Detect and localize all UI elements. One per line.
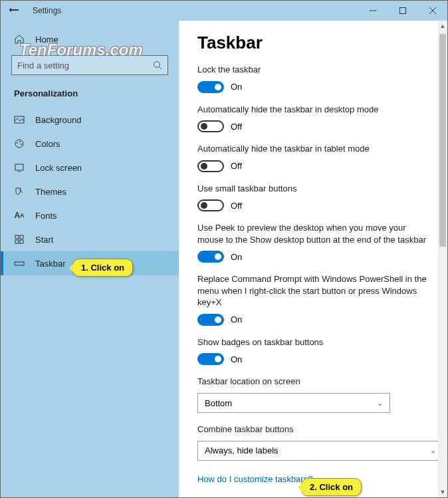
page-title: Taskbar — [197, 33, 429, 53]
svg-point-8 — [17, 142, 18, 144]
search-input[interactable]: Find a setting — [11, 55, 168, 75]
setting-label: Use Peek to preview the desktop when you… — [197, 222, 429, 245]
toggle-state: On — [231, 354, 242, 364]
svg-rect-15 — [20, 235, 23, 239]
window-title: Settings — [33, 6, 61, 15]
background-icon — [14, 114, 25, 125]
toggle[interactable] — [197, 199, 224, 211]
callout-1: 1. Click on — [72, 259, 133, 277]
setting-label: Automatically hide the taskbar in deskto… — [197, 104, 429, 116]
setting-label: Automatically hide the taskbar in tablet… — [197, 143, 429, 155]
search-icon — [153, 61, 162, 70]
dropdown-value: Bottom — [205, 398, 232, 408]
svg-point-7 — [15, 140, 23, 148]
setting-label: Use small taskbar buttons — [197, 183, 429, 195]
maximize-button[interactable] — [388, 1, 417, 21]
toggle[interactable] — [197, 160, 224, 172]
nav-label: Background — [35, 115, 81, 125]
toggle[interactable] — [197, 251, 224, 263]
fonts-icon: AA — [14, 210, 25, 221]
nav-label: Lock screen — [35, 163, 82, 173]
toggle-state: On — [231, 82, 242, 92]
scrollbar[interactable]: ▲ ▼ — [438, 21, 447, 497]
home-nav[interactable]: Home — [1, 29, 179, 50]
toggle-state: Off — [231, 161, 242, 171]
chevron-down-icon: ⌄ — [377, 399, 383, 408]
callout-2: 2. Click on — [301, 478, 362, 496]
svg-line-5 — [160, 67, 162, 70]
nav-label: Taskbar — [35, 259, 66, 269]
back-icon[interactable]: 🠔 — [9, 5, 19, 17]
toggle[interactable] — [197, 353, 224, 365]
setting-small-buttons: Use small taskbar buttons Off — [197, 183, 429, 212]
nav-label: Start — [35, 235, 53, 245]
dropdown-value: Always, hide labels — [205, 445, 279, 455]
svg-point-4 — [154, 62, 160, 68]
toggle[interactable] — [197, 81, 224, 93]
setting-combine: Combine taskbar buttons Always, hide lab… — [197, 424, 429, 461]
sidebar-item-colors[interactable]: Colors — [1, 132, 179, 156]
nav-label: Fonts — [35, 211, 57, 221]
setting-autohide-tablet: Automatically hide the taskbar in tablet… — [197, 143, 429, 172]
setting-location: Taskbar location on screen Bottom ⌄ — [197, 376, 429, 413]
setting-label: Taskbar location on screen — [197, 376, 429, 388]
svg-rect-1 — [399, 8, 405, 14]
sidebar-item-fonts[interactable]: AA Fonts — [1, 203, 179, 227]
close-button[interactable] — [417, 1, 447, 21]
svg-rect-14 — [15, 235, 19, 239]
toggle-state: Off — [231, 201, 242, 211]
sidebar-item-lockscreen[interactable]: Lock screen — [1, 156, 179, 180]
themes-icon — [14, 186, 25, 197]
svg-rect-16 — [15, 240, 19, 243]
home-icon — [14, 34, 25, 45]
svg-rect-11 — [15, 164, 23, 170]
nav-label: Colors — [35, 139, 60, 149]
svg-point-10 — [21, 144, 22, 145]
scroll-up-icon[interactable]: ▲ — [438, 21, 447, 31]
combine-dropdown[interactable]: Always, hide labels ⌄ — [197, 441, 443, 461]
taskbar-icon — [14, 258, 25, 269]
toggle-state: On — [231, 252, 242, 262]
svg-rect-18 — [15, 262, 24, 265]
colors-icon — [14, 138, 25, 149]
toggle-state: Off — [231, 122, 242, 132]
chevron-down-icon: ⌄ — [430, 446, 436, 455]
scroll-down-icon[interactable]: ▼ — [438, 487, 447, 497]
setting-label: Lock the taskbar — [197, 64, 429, 76]
main-content: Taskbar Lock the taskbar On Automaticall… — [179, 21, 447, 497]
setting-lock-taskbar: Lock the taskbar On — [197, 64, 429, 93]
setting-peek: Use Peek to preview the desktop when you… — [197, 222, 429, 263]
scrollbar-thumb[interactable] — [439, 34, 446, 247]
toggle[interactable] — [197, 314, 224, 326]
toggle-state: On — [231, 314, 242, 324]
search-placeholder: Find a setting — [17, 61, 153, 70]
nav-label: Themes — [35, 187, 66, 197]
setting-label: Show badges on taskbar buttons — [197, 336, 429, 348]
sidebar-item-start[interactable]: Start — [1, 227, 179, 251]
home-label: Home — [35, 35, 58, 45]
svg-rect-17 — [20, 240, 23, 243]
sidebar-item-background[interactable]: Background — [1, 108, 179, 132]
setting-autohide-desktop: Automatically hide the taskbar in deskto… — [197, 104, 429, 133]
sidebar-item-themes[interactable]: Themes — [1, 180, 179, 203]
setting-badges: Show badges on taskbar buttons On — [197, 336, 429, 366]
start-icon — [14, 234, 25, 245]
category-header: Personalization — [1, 84, 179, 108]
location-dropdown[interactable]: Bottom ⌄ — [197, 393, 390, 413]
svg-point-9 — [19, 141, 21, 142]
setting-label: Replace Command Prompt with Windows Powe… — [197, 273, 429, 309]
lockscreen-icon — [14, 162, 25, 173]
setting-label: Combine taskbar buttons — [197, 424, 429, 436]
minimize-button[interactable] — [358, 1, 388, 21]
toggle[interactable] — [197, 120, 224, 132]
titlebar: 🠔 Settings — [1, 1, 447, 21]
setting-powershell: Replace Command Prompt with Windows Powe… — [197, 273, 429, 326]
